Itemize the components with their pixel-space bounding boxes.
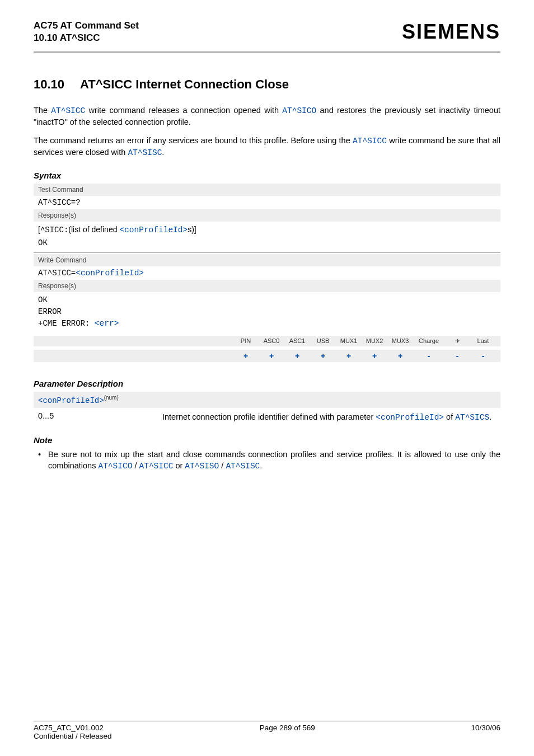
val-asc0: + — [259, 351, 284, 360]
col-mux2: MUX2 — [362, 337, 387, 345]
syntax-block: Test Command AT^SICC=? Response(s) [^SIC… — [34, 184, 500, 362]
note-list: • Be sure not to mix up the start and cl… — [34, 449, 500, 472]
link-at-sicc[interactable]: AT^SICC — [51, 106, 85, 115]
col-mux1: MUX1 — [336, 337, 362, 345]
link-at-sicc-3[interactable]: AT^SICC — [139, 462, 173, 471]
link-conprofileid-1[interactable]: <conProfileId> — [119, 226, 188, 234]
link-at-sics[interactable]: AT^SICS — [455, 413, 489, 422]
bullet-dot: • — [38, 449, 48, 472]
test-response: [^SICC:(list of defined <conProfileId>s)… — [34, 222, 500, 251]
link-at-sicc-2[interactable]: AT^SICC — [353, 137, 387, 145]
link-at-sico[interactable]: AT^SICO — [282, 106, 316, 115]
param-type: (num) — [104, 395, 119, 401]
doc-title: AC75 AT Command Set — [34, 20, 139, 31]
link-conprofileid-3[interactable]: <conProfileId> — [376, 413, 444, 422]
val-usb: + — [310, 351, 336, 360]
footer-date: 10/30/06 — [471, 724, 500, 732]
test-command-label: Test Command — [34, 184, 500, 196]
support-value-row: + + + + + + + - - - — [34, 350, 500, 362]
footer-divider — [34, 721, 500, 721]
note-text: Be sure not to mix up the start and clos… — [48, 449, 500, 472]
link-conprofileid-2[interactable]: <conProfileId> — [76, 269, 144, 278]
link-err[interactable]: <err> — [95, 319, 119, 328]
parameter-heading: Parameter Description — [34, 379, 500, 388]
intro-paragraph-2: The command returns an error if any serv… — [34, 135, 500, 158]
write-response: OK ERROR +CME ERROR: <err> — [34, 292, 500, 332]
param-description: Internet connection profile identifier d… — [162, 411, 500, 423]
col-usb: USB — [310, 337, 336, 345]
siemens-logo: SIEMENS — [402, 20, 500, 44]
intro-paragraph-1: The AT^SICC write command releases a con… — [34, 105, 500, 128]
val-asc1: + — [284, 351, 310, 360]
val-mux1: + — [336, 351, 362, 360]
response-label-2: Response(s) — [34, 280, 500, 292]
val-mux2: + — [362, 351, 387, 360]
write-command-text: AT^SICC=<conProfileId> — [34, 266, 500, 280]
footer-classification: Confidential / Released — [34, 732, 500, 740]
header-divider — [34, 51, 500, 53]
syntax-heading: Syntax — [34, 171, 500, 180]
val-charge: - — [413, 351, 444, 360]
val-pin: + — [233, 351, 259, 360]
footer: AC75_ATC_V01.002 Page 289 of 569 10/30/0… — [34, 721, 500, 740]
test-command-text: AT^SICC=? — [34, 196, 500, 209]
col-airplane-icon: ✈ — [444, 337, 470, 345]
val-airplane: - — [444, 351, 470, 360]
col-pin: PIN — [233, 337, 259, 345]
section-heading: 10.10AT^SICC Internet Connection Close — [34, 77, 500, 92]
col-asc0: ASC0 — [259, 337, 284, 345]
col-last: Last — [470, 337, 496, 345]
link-at-siso[interactable]: AT^SISO — [185, 462, 219, 471]
param-code: <conProfileId> — [38, 396, 104, 405]
section-number: 10.10 — [34, 77, 64, 92]
write-command-label: Write Command — [34, 254, 500, 266]
support-header-row: PIN ASC0 ASC1 USB MUX1 MUX2 MUX3 Charge … — [34, 336, 500, 346]
link-at-sico-2[interactable]: AT^SICO — [98, 462, 132, 471]
param-value-row: 0...5 Internet connection profile identi… — [34, 411, 500, 423]
param-name-row: <conProfileId>(num) — [34, 392, 500, 408]
col-asc1: ASC1 — [284, 337, 310, 345]
val-mux3: + — [387, 351, 413, 360]
col-charge: Charge — [413, 337, 444, 345]
param-range: 0...5 — [34, 411, 162, 423]
note-heading: Note — [34, 435, 500, 445]
link-at-sisc-2[interactable]: AT^SISC — [226, 462, 260, 471]
val-last: - — [470, 351, 496, 360]
col-mux3: MUX3 — [387, 337, 413, 345]
link-at-sisc[interactable]: AT^SISC — [128, 148, 162, 157]
doc-subtitle: 10.10 AT^SICC — [34, 32, 139, 44]
section-title-text: AT^SICC Internet Connection Close — [80, 77, 289, 91]
syntax-divider — [34, 252, 500, 253]
footer-page-number: Page 289 of 569 — [260, 724, 315, 732]
response-label-1: Response(s) — [34, 209, 500, 222]
footer-doc-id: AC75_ATC_V01.002 — [34, 724, 104, 732]
